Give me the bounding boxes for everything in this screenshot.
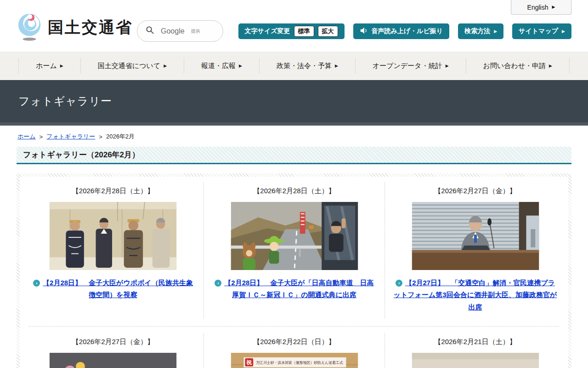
photo-card: 【2026年2月28日（土）】 [204,182,384,319]
photo-podium-flowers[interactable] [49,353,177,368]
caption-text: 【2月28日】 金子大臣がウポポイ（民族共生象徴空間）を視察 [43,279,193,299]
search-brand-label: Google [161,27,185,35]
photo-platform-meeting[interactable] [412,202,539,270]
font-size-large-button[interactable]: 拡大 [318,26,338,37]
row-divider [29,326,559,327]
photo-card: 【2026年2月27日（金）】 [23,333,204,368]
banner-text: 万江川土砂・洪水対策（屋形地区）砂防えん堤着工式 [256,360,343,364]
nav-item-press[interactable]: 報道・広報 ▶ [184,58,259,74]
photo-date: 【2026年2月28日（土）】 [26,187,200,196]
font-size-label: 文字サイズ変更 [245,27,290,35]
search-method-button[interactable]: 検索方法 ▶ [458,23,503,39]
photo-energy-event[interactable]: 大阪ガス Daigas INPEX 関西電力 power with heart … [412,353,539,368]
breadcrumb: ホーム > フォトギャラリー > 2026年2月 [17,132,571,141]
site-title: 国土交通省 [48,17,133,38]
breadcrumb-separator: > [40,133,43,140]
section-heading: フォトギャラリー（2026年2月） [17,147,571,164]
header-buttons: 文字サイズ変更 標準 拡大 音声読み上げ・ルビ振り 検索方法 ▶ サイトマップ … [238,23,571,39]
nav-label: 報道・広報 [201,62,236,70]
photo-card: 【2026年2月27日（金）】 [384,182,565,319]
photo-date: 【2026年2月27日（金）】 [389,187,562,196]
gallery-frame: 【2026年2月28日（土）】 [17,173,571,368]
gallery-inner: 【2026年2月28日（土）】 [20,177,568,368]
speaker-icon [360,27,368,35]
nav-item-home[interactable]: ホーム ▶ [18,58,80,74]
english-button[interactable]: English ▶ [511,0,571,15]
site-logo[interactable]: 国土交通省 [17,12,133,43]
gallery-row-1: 【2026年2月28日（土）】 [23,182,565,319]
breadcrumb-current: 2026年2月 [106,132,135,141]
photo-card: 【2026年2月21日（土）】 大阪ガス Daigas INPEX 関西電力 p… [384,333,565,368]
arrow-right-icon: ▶ [335,64,338,68]
nav-item-about[interactable]: 国土交通省について ▶ [80,58,184,74]
photo-date: 【2026年2月21日（土）】 [389,338,562,346]
breadcrumb-separator: > [99,133,102,140]
arrow-right-icon: ▶ [239,64,242,68]
photo-groundbreaking-ceremony[interactable]: 祝 万江川土砂・洪水対策（屋形地区）砂防えん堤着工式 [231,353,358,368]
photo-caption-link[interactable]: ›【2月28日】 金子大臣が「日高自動車道 日高厚賀ＩＣ～新冠ＩＣ」の開通式典に… [212,277,377,301]
arrow-right-icon: ▶ [562,29,565,34]
site-header: English ▶ 国土交通省 Google 提供 [0,0,588,52]
photo-caption-link[interactable]: ›【2月27日】 「交通空白」解消・官民連携プラットフォーム第3回会合に酒井副大… [393,277,558,313]
gallery-row-2: 【2026年2月27日（金）】 [23,333,565,368]
search-provided-label: 提供 [191,28,200,34]
breadcrumb-home-link[interactable]: ホーム [17,132,36,141]
link-arrow-icon: › [215,280,221,287]
photo-upopoy-visit[interactable] [49,202,177,270]
band-strip [0,122,588,126]
arrow-right-icon: ▶ [552,5,555,9]
arrow-right-icon: ▶ [60,64,63,68]
global-nav: ホーム ▶ 国土交通省について ▶ 報道・広報 ▶ 政策・法令・予算 ▶ オープ… [0,52,588,80]
photo-date: 【2026年2月28日（土）】 [208,187,381,196]
page-title-band: フォトギャラリー [0,80,588,122]
breadcrumb-gallery-link[interactable]: フォトギャラリー [46,132,95,141]
caption-text: 【2月28日】 金子大臣が「日高自動車道 日高厚賀ＩＣ～新冠ＩＣ」の開通式典に出… [224,279,373,299]
mlit-logo-icon [17,12,43,43]
nav-item-contact[interactable]: お問い合わせ・申請 ▶ [466,58,570,74]
search-method-label: 検索方法 [464,27,490,35]
text-to-speech-button[interactable]: 音声読み上げ・ルビ振り [353,23,450,39]
photo-highway-opening[interactable] [231,202,358,270]
link-arrow-icon: › [396,280,402,287]
caption-text: 【2月27日】 「交通空白」解消・官民連携プラットフォーム第3回会合に酒井副大臣… [394,279,557,311]
arrow-right-icon: ▶ [164,64,167,68]
arrow-right-icon: ▶ [549,64,552,68]
tts-label: 音声読み上げ・ルビ振り [372,27,443,35]
search-input[interactable]: Google 提供 [137,20,223,42]
font-size-standard-button[interactable]: 標準 [294,26,314,37]
nav-label: 政策・法令・予算 [277,62,332,70]
sitemap-button[interactable]: サイトマップ ▶ [512,23,571,39]
page-title: フォトギャラリー [0,94,112,109]
nav-label: オープンデータ・統計 [373,62,442,70]
banner-tag-text: 祝 [246,359,252,365]
photo-date: 【2026年2月22日（日）】 [208,338,381,346]
nav-label: お問い合わせ・申請 [483,62,546,70]
photo-card: 【2026年2月22日（日）】 祝 万江川土砂・洪水対策（屋形地区）砂防えん堤着… [204,333,384,368]
link-arrow-icon: › [33,280,40,287]
nav-label: ホーム [36,62,57,70]
english-label: English [527,4,548,11]
font-size-control: 文字サイズ変更 標準 拡大 [238,23,345,39]
photo-caption-link[interactable]: ›【2月28日】 金子大臣がウポポイ（民族共生象徴空間）を視察 [31,277,195,301]
nav-item-opendata[interactable]: オープンデータ・統計 ▶ [355,58,466,74]
nav-item-policy[interactable]: 政策・法令・予算 ▶ [259,58,355,74]
sitemap-label: サイトマップ [519,27,558,35]
arrow-right-icon: ▶ [446,64,449,68]
photo-card: 【2026年2月28日（土）】 [23,182,204,319]
arrow-right-icon: ▶ [494,29,497,34]
photo-date: 【2026年2月27日（金）】 [26,338,200,346]
search-icon [146,26,154,36]
nav-label: 国土交通省について [98,62,160,70]
